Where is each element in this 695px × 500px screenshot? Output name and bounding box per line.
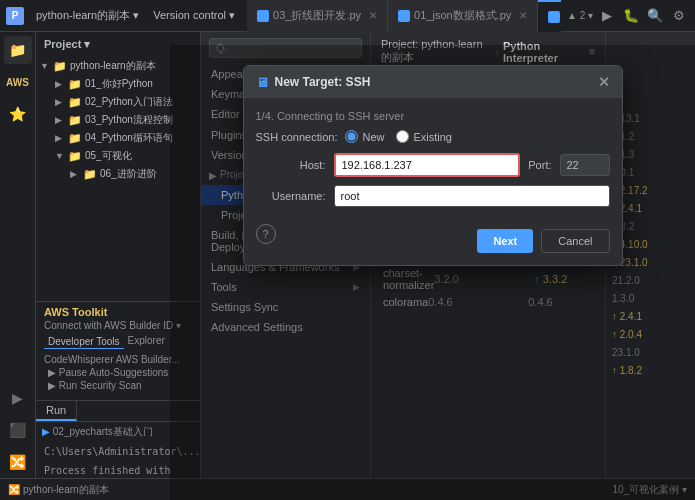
panel-header-label: Project ▾ bbox=[44, 38, 90, 51]
radio-group: New Existing bbox=[345, 130, 452, 143]
app-logo: P bbox=[6, 7, 24, 25]
explorer-tab[interactable]: Explorer bbox=[128, 335, 165, 349]
next-button[interactable]: Next bbox=[477, 229, 533, 253]
menu-bar: python-learn的副本 ▾ Version control ▾ bbox=[30, 6, 241, 25]
top-bar-actions: ▲ 2 ▾ ▶ 🐛 🔍 ⚙ bbox=[567, 6, 689, 26]
tab-file-0[interactable]: 03_折线图开发.py ✕ bbox=[247, 0, 388, 32]
ssh-dialog: 🖥 New Target: SSH ✕ 1/4. Connecting to S… bbox=[243, 65, 623, 266]
ssh-title-left: 🖥 New Target: SSH bbox=[256, 75, 371, 90]
git-icon: 🔀 bbox=[8, 484, 20, 495]
tab-bar: 03_折线图开发.py ✕ 01_json数据格式.py ✕ 02_pyecha… bbox=[247, 0, 561, 32]
tab-close-0[interactable]: ✕ bbox=[369, 10, 377, 21]
tree-label-2: 03_Python流程控制 bbox=[85, 113, 173, 127]
ssh-close-button[interactable]: ✕ bbox=[598, 74, 610, 90]
tree-arrow-2: ▶ bbox=[55, 115, 65, 125]
ssh-connection-label: SSH connection: bbox=[256, 131, 338, 143]
help-button[interactable]: ? bbox=[256, 224, 276, 244]
settings-btn[interactable]: ⚙ bbox=[669, 6, 689, 26]
port-label: Port: bbox=[528, 159, 551, 171]
tree-label-0: 01_你好Python bbox=[85, 77, 153, 91]
top-bar: P python-learn的副本 ▾ Version control ▾ 03… bbox=[0, 0, 695, 32]
tree-arrow-5: ▶ bbox=[70, 169, 80, 179]
py-icon bbox=[398, 10, 410, 22]
port-input[interactable] bbox=[560, 154, 610, 176]
ssh-actions: Next Cancel bbox=[477, 229, 609, 253]
tree-arrow-1: ▶ bbox=[55, 97, 65, 107]
sidebar-icons: 📁 AWS ⭐ ▶ ⬛ 🔀 bbox=[0, 32, 36, 500]
version-badge[interactable]: ▲ 2 ▾ bbox=[567, 10, 593, 21]
ssh-step-label: 1/4. Connecting to SSH server bbox=[256, 110, 610, 122]
tree-arrow-3: ▶ bbox=[55, 133, 65, 143]
dev-tools-tab[interactable]: Developer Tools bbox=[44, 335, 124, 349]
host-label: Host: bbox=[256, 159, 326, 171]
folder-icon: 📁 bbox=[53, 60, 67, 73]
tab-file-1[interactable]: 01_json数据格式.py ✕ bbox=[388, 0, 538, 32]
tree-label-1: 02_Python入门语法 bbox=[85, 95, 173, 109]
tree-label-3: 04_Python循环语句 bbox=[85, 131, 173, 145]
tree-label-5: 06_进阶进阶 bbox=[100, 167, 157, 181]
tree-label-4: 05_可视化 bbox=[85, 149, 132, 163]
username-label: Username: bbox=[256, 190, 326, 202]
sidebar-git-icon[interactable]: 🔀 bbox=[4, 448, 32, 476]
username-input[interactable] bbox=[334, 185, 610, 207]
run-tab[interactable]: Run bbox=[36, 401, 77, 421]
ssh-title-icon: 🖥 bbox=[256, 75, 269, 90]
menu-project[interactable]: python-learn的副本 ▾ bbox=[30, 6, 145, 25]
ssh-dialog-title-bar: 🖥 New Target: SSH ✕ bbox=[244, 66, 622, 98]
sidebar-terminal-icon[interactable]: ⬛ bbox=[4, 416, 32, 444]
tree-arrow-root: ▼ bbox=[40, 61, 50, 71]
radio-existing-input[interactable] bbox=[396, 130, 409, 143]
radio-existing[interactable]: Existing bbox=[396, 130, 452, 143]
ssh-dialog-body: 1/4. Connecting to SSH server SSH connec… bbox=[244, 98, 622, 265]
ssh-connection-row: SSH connection: New Existing bbox=[256, 130, 610, 143]
debug-btn[interactable]: 🐛 bbox=[621, 6, 641, 26]
tree-arrow-4: ▼ bbox=[55, 151, 65, 161]
py-icon bbox=[548, 11, 560, 23]
search-btn[interactable]: 🔍 bbox=[645, 6, 665, 26]
folder-icon-1: 📁 bbox=[68, 96, 82, 109]
menu-version-control[interactable]: Version control ▾ bbox=[147, 7, 241, 24]
folder-icon-0: 📁 bbox=[68, 78, 82, 91]
sidebar-run-icon[interactable]: ▶ bbox=[4, 384, 32, 412]
folder-icon-2: 📁 bbox=[68, 114, 82, 127]
tree-label-root: python-learn的副本 bbox=[70, 59, 156, 73]
sidebar-aws-icon[interactable]: AWS bbox=[4, 68, 32, 96]
tree-arrow-0: ▶ bbox=[55, 79, 65, 89]
ssh-overlay: 🖥 New Target: SSH ✕ 1/4. Connecting to S… bbox=[170, 45, 695, 500]
py-icon bbox=[257, 10, 269, 22]
ssh-dialog-title-text: New Target: SSH bbox=[275, 75, 371, 89]
tab-close-1[interactable]: ✕ bbox=[519, 10, 527, 21]
sidebar-project-icon[interactable]: 📁 bbox=[4, 36, 32, 64]
sidebar-favorites-icon[interactable]: ⭐ bbox=[4, 100, 32, 128]
host-input[interactable] bbox=[334, 153, 521, 177]
username-row: Username: bbox=[256, 185, 610, 207]
cancel-button[interactable]: Cancel bbox=[541, 229, 609, 253]
folder-icon-4: 📁 bbox=[68, 150, 82, 163]
radio-new-label: New bbox=[362, 131, 384, 143]
host-row: Host: Port: bbox=[256, 153, 610, 177]
folder-icon-5: 📁 bbox=[83, 168, 97, 181]
run-btn[interactable]: ▶ bbox=[597, 6, 617, 26]
tab-file-2[interactable]: 02_pyecharts基础入门.py ✕ bbox=[538, 0, 561, 32]
bottom-project-label: python-learn的副本 bbox=[23, 483, 109, 497]
folder-icon-3: 📁 bbox=[68, 132, 82, 145]
radio-existing-label: Existing bbox=[413, 131, 452, 143]
ssh-dialog-footer: ? Next Cancel bbox=[256, 215, 610, 253]
radio-new-input[interactable] bbox=[345, 130, 358, 143]
bottom-project[interactable]: 🔀 python-learn的副本 bbox=[8, 483, 109, 497]
radio-new[interactable]: New bbox=[345, 130, 384, 143]
